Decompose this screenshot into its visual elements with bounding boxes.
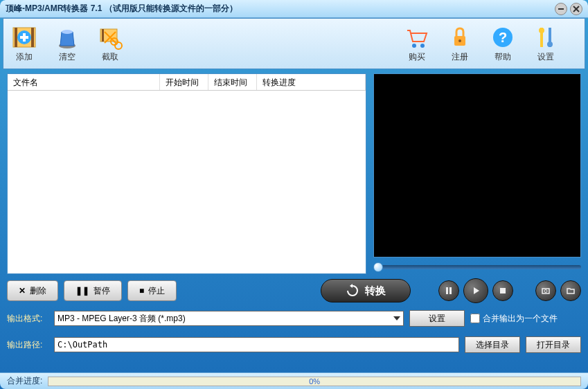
buy-button[interactable]: 购买 [404, 25, 429, 63]
refresh-icon [346, 284, 359, 298]
svg-point-13 [412, 44, 416, 48]
svg-rect-25 [500, 288, 506, 293]
footer: 合并进度: 0% [0, 372, 588, 389]
col-end-time[interactable]: 结束时间 [208, 74, 257, 90]
svg-rect-0 [558, 8, 564, 10]
cut-icon [98, 25, 123, 50]
snapshot-button[interactable] [535, 280, 556, 301]
media-stop-button[interactable] [492, 280, 513, 301]
titlebar-buttons [555, 3, 582, 15]
col-filename[interactable]: 文件名 [8, 74, 160, 90]
format-label: 输出格式: [7, 313, 48, 325]
table-header: 文件名 开始时间 结束时间 转换进度 [8, 74, 366, 91]
svg-rect-6 [20, 36, 28, 39]
help-button[interactable]: ? 帮助 [490, 25, 515, 63]
path-input[interactable] [54, 337, 459, 352]
col-start-time[interactable]: 开始时间 [160, 74, 208, 90]
seek-thumb[interactable] [373, 262, 383, 272]
main-area: 文件名 开始时间 结束时间 转换进度 [7, 73, 581, 274]
add-icon [12, 25, 37, 50]
cut-button[interactable]: 截取 [98, 25, 123, 63]
path-label: 输出路径: [7, 339, 48, 351]
svg-text:?: ? [499, 30, 507, 45]
open-folder-button[interactable] [560, 280, 581, 301]
svg-rect-3 [31, 28, 34, 47]
svg-point-16 [458, 39, 461, 42]
svg-rect-23 [446, 287, 448, 294]
tools-icon [533, 25, 558, 50]
window-title: 顶峰-MP3/AMR转换器 7.1 （试用版只能转换源文件的一部分） [6, 3, 555, 15]
browse-button[interactable]: 选择目录 [465, 336, 520, 353]
merge-checkbox[interactable]: 合并输出为一个文件 [470, 313, 581, 325]
toolbar: 添加 清空 截取 购买 注册 ? 帮助 设置 [3, 18, 585, 69]
table-body[interactable] [8, 91, 366, 273]
svg-rect-24 [449, 287, 452, 294]
format-settings-button[interactable]: 设置 [409, 310, 465, 327]
convert-button[interactable]: 转换 [321, 279, 411, 302]
media-play-button[interactable] [463, 278, 488, 303]
col-progress[interactable]: 转换进度 [257, 74, 366, 90]
svg-point-8 [62, 30, 73, 34]
minimize-button[interactable] [555, 3, 567, 15]
seek-bar[interactable] [373, 260, 581, 274]
svg-point-22 [547, 42, 553, 47]
media-pause-button[interactable] [438, 280, 459, 301]
merge-progress-bar: 0% [48, 377, 581, 386]
close-button[interactable] [570, 3, 582, 15]
svg-rect-10 [102, 29, 104, 42]
add-button[interactable]: 添加 [12, 25, 37, 63]
format-select[interactable]: MP3 - MPEG Layer-3 音频 (*.mp3) [54, 311, 404, 326]
stop-icon: ■ [139, 286, 144, 296]
merge-progress-label: 合并进度: [7, 375, 42, 387]
delete-button[interactable]: ✕ 删除 [7, 280, 58, 301]
x-icon: ✕ [19, 286, 26, 296]
svg-rect-2 [15, 28, 17, 47]
pause-icon: ❚❚ [75, 286, 89, 296]
output-area: 输出格式: MP3 - MPEG Layer-3 音频 (*.mp3) 设置 合… [7, 309, 581, 354]
chevron-down-icon [393, 316, 400, 320]
file-table: 文件名 开始时间 结束时间 转换进度 [7, 73, 366, 274]
media-controls [438, 278, 581, 303]
control-row: ✕ 删除 ❚❚ 暂停 ■ 停止 转换 [7, 278, 581, 303]
open-dir-button[interactable]: 打开目录 [526, 336, 581, 353]
left-panel: 文件名 开始时间 结束时间 转换进度 [7, 73, 366, 274]
help-icon: ? [490, 25, 515, 50]
cart-icon [404, 25, 429, 50]
svg-point-27 [544, 290, 547, 293]
pause-button[interactable]: ❚❚ 暂停 [64, 280, 122, 301]
svg-point-20 [539, 28, 544, 33]
settings-button[interactable]: 设置 [533, 25, 558, 63]
preview-area [373, 73, 581, 257]
register-button[interactable]: 注册 [447, 25, 472, 63]
merge-checkbox-input[interactable] [470, 314, 480, 323]
clear-icon [55, 25, 80, 50]
stop-button[interactable]: ■ 停止 [127, 280, 177, 301]
lock-icon [447, 25, 472, 50]
svg-point-12 [115, 42, 122, 49]
merge-progress-percent: 0% [309, 377, 320, 386]
clear-button[interactable]: 清空 [55, 25, 80, 63]
svg-point-14 [420, 44, 425, 48]
titlebar: 顶峰-MP3/AMR转换器 7.1 （试用版只能转换源文件的一部分） [0, 0, 588, 18]
right-panel [373, 73, 581, 274]
